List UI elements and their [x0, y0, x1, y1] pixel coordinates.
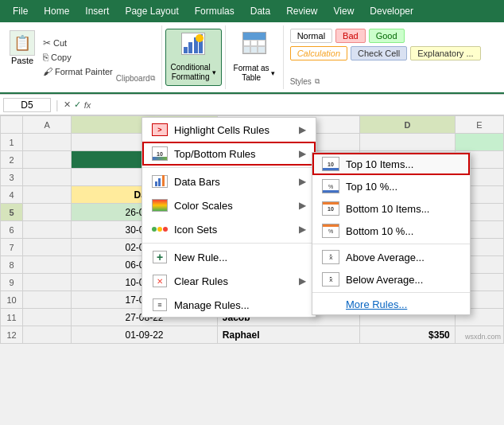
menu-review[interactable]: Review: [280, 4, 324, 18]
paste-label: Paste: [11, 56, 33, 65]
menu-file[interactable]: File: [6, 4, 34, 18]
above-average[interactable]: x̄ Above Average...: [312, 246, 470, 268]
manage-rules-item[interactable]: ≡ Manage Rules...: [142, 293, 316, 317]
format-painter-label: Format Painter: [55, 67, 113, 76]
clear-rules-icon: ✕: [152, 273, 168, 289]
above-average-icon: x̄: [322, 250, 339, 264]
spreadsheet-container: A B C D E 1 2: [0, 115, 504, 344]
menu-developer[interactable]: Developer: [363, 4, 420, 18]
formula-bar: D5 | ✕ ✓ fx: [0, 95, 504, 115]
row-header-5: 5: [1, 204, 23, 221]
menu-pagelayout[interactable]: Page Layout: [118, 4, 184, 18]
formula-cancel-button[interactable]: ✕: [64, 99, 71, 110]
icon-sets-item[interactable]: Icon Sets ▶: [142, 217, 316, 241]
formula-confirm-button[interactable]: ✓: [74, 99, 81, 110]
cell-d12[interactable]: $350: [360, 326, 455, 344]
color-scales-item[interactable]: Color Scales ▶: [142, 193, 316, 217]
menu-insert[interactable]: Insert: [79, 4, 115, 18]
cell-a2[interactable]: [23, 151, 72, 169]
data-bars-arrow: ▶: [299, 176, 306, 187]
highlight-cells-rules-item[interactable]: > Highlight Cells Rules ▶: [142, 118, 316, 142]
col-header-e[interactable]: E: [455, 116, 503, 134]
cell-e1[interactable]: [455, 134, 503, 151]
new-rule-item[interactable]: + New Rule...: [142, 245, 316, 269]
row-header-3: 3: [1, 169, 23, 186]
row-header-9: 9: [1, 274, 23, 291]
formula-function-button[interactable]: fx: [84, 100, 91, 110]
below-average[interactable]: x̄ Below Average...: [312, 268, 470, 290]
cell-a8[interactable]: [23, 256, 72, 274]
menu-formulas[interactable]: Formulas: [188, 4, 241, 18]
cell-a9[interactable]: [23, 274, 72, 291]
name-box[interactable]: D5: [3, 98, 51, 112]
row-header-8: 8: [1, 256, 23, 274]
cell-b12[interactable]: 01-09-22: [72, 326, 218, 344]
cell-a1[interactable]: [23, 134, 72, 151]
top-bottom-submenu: 10 Top 10 Items... % Top 10 %... 10 Bott…: [312, 152, 471, 315]
watermark: wsxdn.com: [465, 333, 501, 341]
clipboard-label: Clipboard: [116, 74, 150, 83]
menu-view[interactable]: View: [328, 4, 361, 18]
row-header-4: 4: [1, 186, 23, 204]
styles-row-1: Normal Bad Good: [290, 29, 498, 43]
table-row: 12 01-09-22 Raphael $350: [1, 326, 504, 344]
sub-menu-divider: [312, 244, 470, 244]
top-bottom-icon: 10: [152, 146, 168, 162]
cell-a6[interactable]: [23, 221, 72, 239]
clear-rules-arrow: ▶: [299, 275, 306, 287]
cut-icon: ✂: [43, 37, 51, 49]
formula-input[interactable]: [94, 99, 501, 111]
cell-c12[interactable]: Raphael: [217, 326, 360, 344]
top-10-items[interactable]: 10 Top 10 Items...: [312, 153, 470, 175]
bottom-10-items-icon: 10: [322, 201, 339, 216]
styles-expand[interactable]: ⧉: [315, 77, 320, 86]
paste-icon: 📋: [10, 30, 35, 56]
more-rules-link[interactable]: More Rules...: [312, 294, 470, 314]
cell-a4[interactable]: [23, 186, 72, 204]
style-calculation[interactable]: Calculation: [290, 46, 347, 60]
menu-data[interactable]: Data: [244, 4, 277, 18]
top-10-pct-label: Top 10 %...: [346, 181, 460, 193]
highlight-cells-label: Highlight Cells Rules: [174, 124, 293, 136]
cf-icon: [181, 33, 205, 55]
paste-button[interactable]: 📋 Paste: [6, 29, 38, 67]
style-normal[interactable]: Normal: [290, 29, 332, 43]
style-explanatory[interactable]: Explanatory ...: [410, 46, 480, 60]
style-bad[interactable]: Bad: [335, 29, 366, 43]
bottom-10-pct[interactable]: % Bottom 10 %...: [312, 220, 470, 242]
clear-rules-item[interactable]: ✕ Clear Rules ▶: [142, 269, 316, 293]
col-header-d[interactable]: D: [360, 116, 455, 134]
row-header-11: 11: [1, 309, 23, 326]
styles-row-2: Calculation Check Cell Explanatory ...: [290, 46, 498, 60]
clipboard-expand[interactable]: ⧉: [150, 74, 155, 83]
icon-sets-icon: [152, 221, 168, 237]
bottom-10-items[interactable]: 10 Bottom 10 Items...: [312, 197, 470, 220]
format-as-table-button[interactable]: Format asTable ▾: [229, 29, 280, 86]
menu-divider-1: [142, 167, 316, 168]
cut-button[interactable]: ✂ Cut: [41, 37, 114, 49]
cell-a3[interactable]: [23, 169, 72, 186]
styles-label: Styles: [290, 77, 312, 86]
cell-a12[interactable]: [23, 326, 72, 344]
new-rule-icon: +: [152, 249, 168, 265]
col-header-a[interactable]: A: [23, 116, 72, 134]
ribbon-content: 📋 Paste ✂ Cut ⎘ Copy 🖌 Format Painter: [0, 22, 504, 94]
data-bars-item[interactable]: Data Bars ▶: [142, 170, 316, 193]
cell-d1[interactable]: [360, 134, 455, 151]
cell-a10[interactable]: [23, 291, 72, 309]
menu-home[interactable]: Home: [37, 4, 76, 18]
cell-a7[interactable]: [23, 239, 72, 256]
cell-a11[interactable]: [23, 309, 72, 326]
cell-a5[interactable]: [23, 204, 72, 221]
conditional-formatting-button[interactable]: ConditionalFormatting ▾: [165, 29, 222, 86]
copy-button[interactable]: ⎘ Copy: [41, 51, 114, 64]
top-10-items-icon: 10: [322, 157, 339, 171]
top-10-pct[interactable]: % Top 10 %...: [312, 175, 470, 197]
style-check-cell[interactable]: Check Cell: [351, 46, 407, 60]
style-good[interactable]: Good: [369, 29, 405, 43]
top-bottom-rules-item[interactable]: 10 Top/Bottom Rules ▶: [142, 142, 316, 166]
clipboard-group: 📋 Paste ✂ Cut ⎘ Copy 🖌 Format Painter: [0, 25, 162, 89]
bottom-10-pct-icon: %: [322, 224, 339, 238]
format-painter-button[interactable]: 🖌 Format Painter: [41, 65, 114, 78]
row-header-2: 2: [1, 151, 23, 169]
